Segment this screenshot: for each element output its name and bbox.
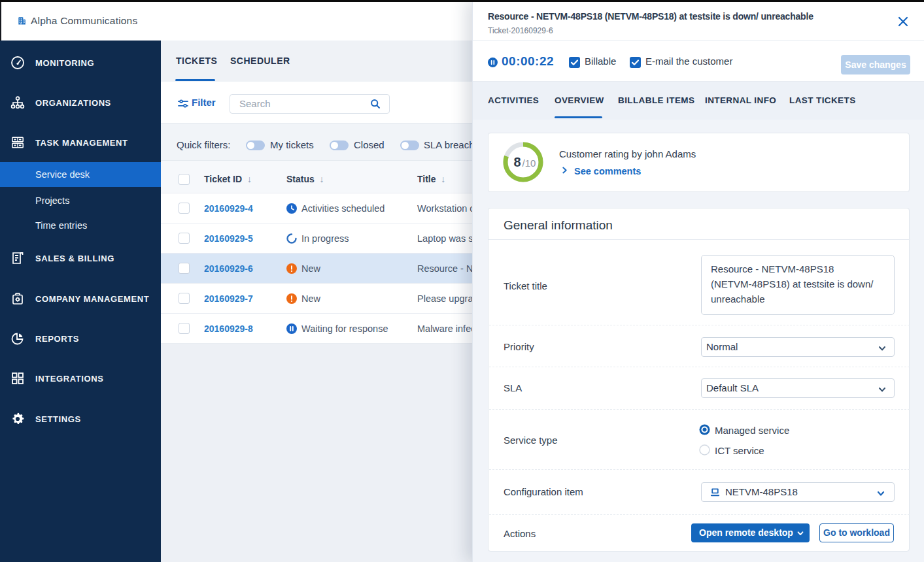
svg-text:/10: /10 (522, 157, 536, 169)
svg-text:8: 8 (513, 155, 521, 169)
